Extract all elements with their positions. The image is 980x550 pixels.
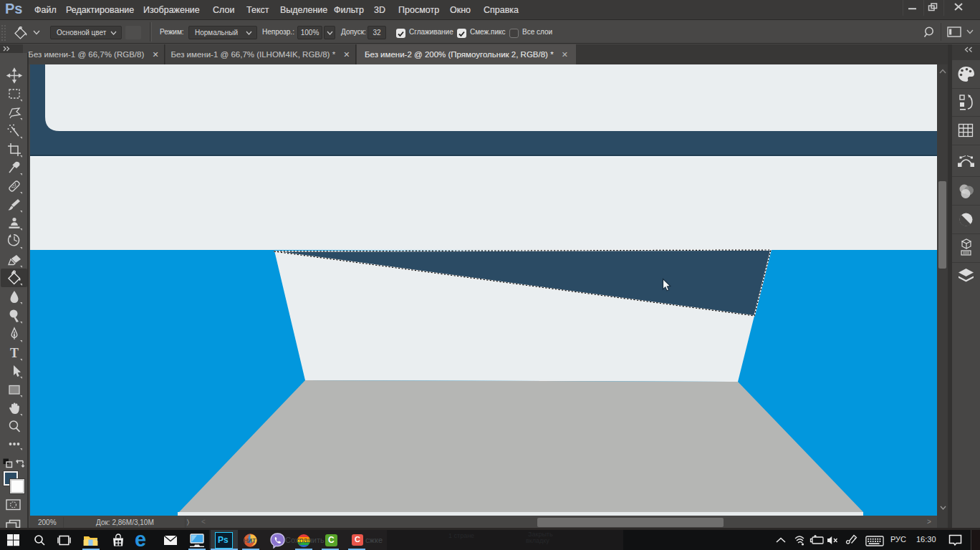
svg-text:T: T: [10, 346, 19, 360]
